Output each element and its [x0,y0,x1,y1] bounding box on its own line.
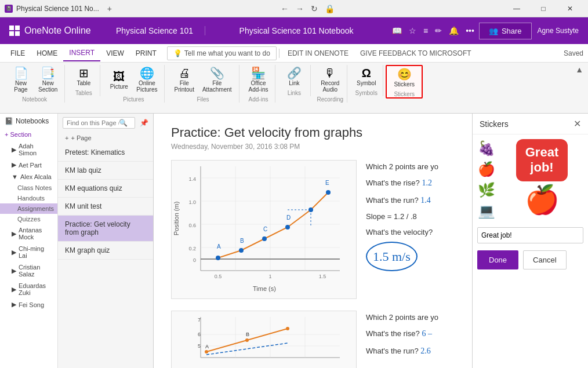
sticker-cancel-button[interactable]: Cancel [523,250,566,269]
link-button[interactable]: 🔗 Link [281,65,307,89]
star-icon[interactable]: ☆ [409,26,416,35]
pin-icon[interactable]: 📌 [140,119,148,127]
edit-icon[interactable]: ✏ [435,26,442,35]
book-icon[interactable]: 📖 [392,26,402,35]
link-icon: 🔗 [287,67,302,79]
page-item-km-graph[interactable]: KM graph quiz [58,242,153,260]
graph-notes-1: Which 2 points are yo What's the rise? 1… [366,160,455,299]
page-item-practice[interactable]: Practice: Get velocity from graph [58,216,153,242]
sticker-item-laptop[interactable]: 💻 [477,202,496,220]
share-icon: 👥 [489,27,498,35]
forward-button[interactable]: → [293,3,306,14]
page-item-pretest[interactable]: Pretest: Kinematics [58,144,153,162]
office-addins-label: OfficeAdd-ins [249,80,268,93]
sidebar-item-antanas-mock[interactable]: ▶ Antanas Mock [0,224,57,243]
menu-view[interactable]: VIEW [100,46,130,61]
table-button[interactable]: ⊞ Table [71,65,96,89]
bell-icon[interactable]: 🔔 [449,26,459,35]
online-pictures-label: OnlinePictures [136,80,157,93]
search-input[interactable] [67,119,119,126]
close-button[interactable]: ✕ [557,0,583,17]
add-section-button[interactable]: + Section [0,129,57,140]
settings-icon[interactable]: ≡ [423,26,428,35]
share-button[interactable]: 👥 Share [479,23,532,39]
sidebar-item-eduardas-zuki[interactable]: ▶ Eduardas Zuki [0,280,57,298]
sticker-item-apple[interactable]: 🍎 [477,160,496,178]
file-printout-button[interactable]: 🖨 FilePrintout [170,65,197,95]
new-page-button[interactable]: 📄 NewPage [8,65,34,95]
sidebar-item-cristian-salaz[interactable]: ▶ Cristian Salaz [0,261,57,280]
page-list: 🔍 📌 + + Page Pretest: Kinematics KM lab … [58,114,154,368]
back-button[interactable]: ← [278,3,291,14]
quizzes-label: Quizzes [17,216,41,223]
svg-text:B: B [246,331,249,337]
refresh-button[interactable]: ↻ [308,3,320,14]
window-title: 📓 Physical Science 101 No... + [5,4,112,13]
record-audio-button[interactable]: 🎙 RecordAudio [317,65,343,95]
svg-point-16 [326,190,331,195]
svg-point-11 [216,256,220,260]
class-notes-label: Class Notes [17,184,52,191]
search-box[interactable]: 🔍 [63,117,135,129]
svg-point-13 [262,236,267,241]
recording-group-items: 🎙 RecordAudio [317,65,343,95]
file-attachment-button[interactable]: 📎 FileAttachment [199,65,235,95]
menu-feedback[interactable]: GIVE FEEDBACK TO MICROSOFT [354,49,477,57]
sticker-panel-close-button[interactable]: ✕ [574,118,581,129]
online-pictures-button[interactable]: 🌐 OnlinePictures [133,65,161,95]
sticker-panel: Stickers ✕ 🍇 🍎 🌿 💻 Greatjob! 🍎 [472,114,588,368]
page-list-header: 🔍 📌 [58,114,153,132]
sticker-text-input[interactable] [477,227,583,243]
new-tab-btn[interactable]: + [107,4,112,13]
ribbon-group-recording: 🎙 RecordAudio Recording [313,65,347,103]
sidebar-item-alex-alcala[interactable]: ▼ Alex Alcala [0,171,57,183]
page-item-km-equations[interactable]: KM equations quiz [58,180,153,198]
question-1: Which 2 points are yo [366,160,455,173]
sidebar-item-assignments[interactable]: Assignments [0,203,57,214]
link-label: Link [289,80,299,86]
notebooks-label[interactable]: 📓 Notebooks [0,114,57,129]
sidebar-item-chi-ming-lai[interactable]: ▶ Chi-ming Lai [0,243,57,261]
more-icon[interactable]: ••• [466,26,474,35]
page-item-km-unit[interactable]: KM unit test [58,198,153,216]
tell-me-box[interactable]: 💡 Tell me what you want to do [167,46,277,60]
menu-edit-onenote[interactable]: EDIT IN ONENOTE [282,49,354,57]
sidebar-item-aet-part[interactable]: ▶ Aet Part [0,159,57,171]
sticker-done-button[interactable]: Done [477,250,518,269]
lock-button[interactable]: 🔒 [322,3,337,14]
menu-home[interactable]: HOME [31,46,63,61]
notebook-name[interactable]: Physical Science 101 [104,26,205,35]
menu-insert[interactable]: INSERT [63,45,100,61]
table-label: Table [77,80,90,86]
sidebar-item-adah-simon[interactable]: ▶ Adah Simon [0,140,57,159]
menu-print[interactable]: PRINT [130,46,162,61]
chevron-right-icon: ▶ [12,146,16,154]
sticker-item-grape[interactable]: 🍇 [477,139,496,158]
ribbon-collapse-button[interactable]: ▲ [575,65,583,74]
sidebar-item-quizzes[interactable]: Quizzes [0,214,57,224]
sidebar-item-fei-song[interactable]: ▶ Fei Song [0,298,57,311]
ribbon-group-files: 🖨 FilePrintout 📎 FileAttachment Files [167,65,239,103]
picture-button[interactable]: 🖼 Picture [106,65,132,95]
page-item-km-lab[interactable]: KM lab quiz [58,162,153,180]
add-page-button[interactable]: + + Page [58,132,153,144]
maximize-button[interactable]: □ [530,0,557,17]
new-section-label: NewSection [38,80,57,93]
question-5: What's the velocity? [366,225,455,239]
sticker-item-leaf[interactable]: 🌿 [477,181,496,199]
sticker-list: 🍇 🍎 🌿 💻 [477,139,496,220]
app-grid-icon [9,25,20,36]
sidebar-item-handouts[interactable]: Handouts [0,193,57,203]
chevron-right-icon: ▶ [12,230,16,238]
question-4: Slope = 1.2 / .8 [366,210,455,223]
svg-text:A: A [217,243,221,250]
svg-text:E: E [325,180,329,186]
minimize-button[interactable]: — [503,0,530,17]
office-addins-button[interactable]: 🏪 OfficeAdd-ins [245,65,272,95]
symbol-button[interactable]: Ω Symbol [353,65,379,89]
new-section-button[interactable]: 📑 NewSection [35,65,61,95]
sidebar-item-class-notes[interactable]: Class Notes [0,183,57,193]
stickers-button[interactable]: 😊 Stickers [390,66,418,90]
symbols-group-items: Ω Symbol [353,65,379,89]
menu-file[interactable]: FILE [5,46,31,61]
